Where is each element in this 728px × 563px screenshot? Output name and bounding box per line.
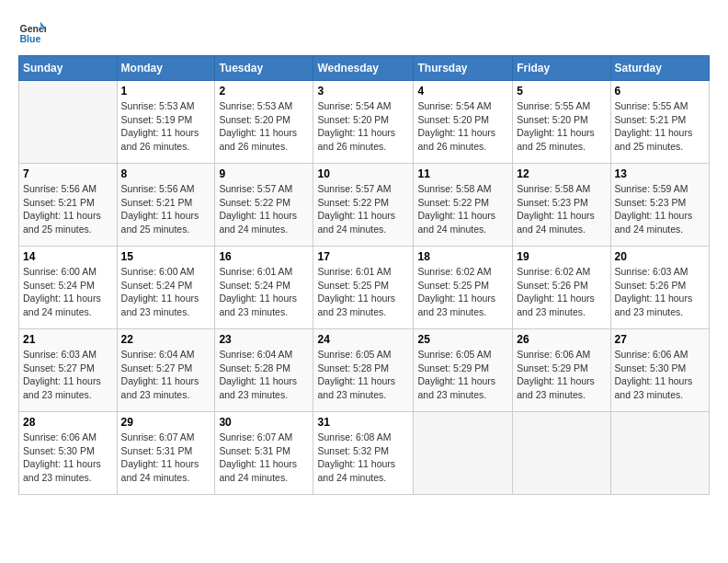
day-info: Sunrise: 6:04 AMSunset: 5:28 PMDaylight:… xyxy=(219,348,309,402)
calendar-cell: 29 Sunrise: 6:07 AMSunset: 5:31 PMDaylig… xyxy=(117,412,215,495)
day-number: 13 xyxy=(615,167,705,180)
day-info: Sunrise: 5:55 AMSunset: 5:20 PMDaylight:… xyxy=(517,99,606,154)
day-info: Sunrise: 6:04 AMSunset: 5:27 PMDaylight:… xyxy=(121,348,211,402)
column-header-sunday: Sunday xyxy=(19,56,118,81)
day-info: Sunrise: 5:58 AMSunset: 5:23 PMDaylight:… xyxy=(517,182,606,236)
day-number: 27 xyxy=(615,333,705,346)
day-number: 8 xyxy=(121,167,211,180)
day-info: Sunrise: 6:02 AMSunset: 5:25 PMDaylight:… xyxy=(417,265,508,319)
calendar-cell: 24 Sunrise: 6:05 AMSunset: 5:28 PMDaylig… xyxy=(313,329,414,412)
calendar-week-2: 7 Sunrise: 5:56 AMSunset: 5:21 PMDayligh… xyxy=(19,164,710,247)
day-number: 25 xyxy=(417,333,508,346)
svg-text:Blue: Blue xyxy=(20,33,41,44)
day-info: Sunrise: 6:02 AMSunset: 5:26 PMDaylight:… xyxy=(517,265,606,319)
day-info: Sunrise: 5:54 AMSunset: 5:20 PMDaylight:… xyxy=(417,99,508,154)
calendar-body: 1 Sunrise: 5:53 AMSunset: 5:19 PMDayligh… xyxy=(19,81,710,495)
day-info: Sunrise: 6:01 AMSunset: 5:25 PMDaylight:… xyxy=(317,265,409,319)
day-number: 17 xyxy=(317,250,409,263)
day-info: Sunrise: 5:57 AMSunset: 5:22 PMDaylight:… xyxy=(317,182,409,236)
calendar-cell: 28 Sunrise: 6:06 AMSunset: 5:30 PMDaylig… xyxy=(19,412,118,495)
page-header: General Blue xyxy=(18,18,710,46)
calendar-cell: 2 Sunrise: 5:53 AMSunset: 5:20 PMDayligh… xyxy=(215,81,313,164)
calendar-cell: 7 Sunrise: 5:56 AMSunset: 5:21 PMDayligh… xyxy=(19,164,118,247)
calendar-cell: 5 Sunrise: 5:55 AMSunset: 5:20 PMDayligh… xyxy=(513,81,610,164)
day-number: 30 xyxy=(219,416,309,429)
day-number: 18 xyxy=(417,250,508,263)
day-number: 26 xyxy=(517,333,606,346)
day-number: 4 xyxy=(417,85,508,98)
day-info: Sunrise: 5:57 AMSunset: 5:22 PMDaylight:… xyxy=(219,182,309,236)
day-info: Sunrise: 6:01 AMSunset: 5:24 PMDaylight:… xyxy=(219,265,309,319)
column-header-friday: Friday xyxy=(513,56,610,81)
day-number: 28 xyxy=(23,416,113,429)
column-header-tuesday: Tuesday xyxy=(215,56,313,81)
day-number: 16 xyxy=(219,250,309,263)
day-info: Sunrise: 6:03 AMSunset: 5:27 PMDaylight:… xyxy=(23,348,113,402)
day-number: 15 xyxy=(121,250,211,263)
day-number: 10 xyxy=(317,167,409,180)
day-number: 22 xyxy=(121,333,211,346)
day-number: 6 xyxy=(615,85,705,98)
calendar-table: SundayMondayTuesdayWednesdayThursdayFrid… xyxy=(18,55,710,495)
day-number: 1 xyxy=(121,85,211,98)
day-info: Sunrise: 6:00 AMSunset: 5:24 PMDaylight:… xyxy=(121,265,211,319)
day-info: Sunrise: 5:53 AMSunset: 5:19 PMDaylight:… xyxy=(121,99,211,154)
calendar-cell xyxy=(610,412,709,495)
day-info: Sunrise: 5:56 AMSunset: 5:21 PMDaylight:… xyxy=(121,182,211,236)
day-info: Sunrise: 6:07 AMSunset: 5:31 PMDaylight:… xyxy=(219,431,309,485)
calendar-week-4: 21 Sunrise: 6:03 AMSunset: 5:27 PMDaylig… xyxy=(19,329,710,412)
day-info: Sunrise: 6:00 AMSunset: 5:24 PMDaylight:… xyxy=(23,265,113,319)
logo: General Blue xyxy=(18,18,46,46)
day-number: 2 xyxy=(219,85,309,98)
calendar-cell: 31 Sunrise: 6:08 AMSunset: 5:32 PMDaylig… xyxy=(313,412,414,495)
calendar-cell: 9 Sunrise: 5:57 AMSunset: 5:22 PMDayligh… xyxy=(215,164,313,247)
column-header-monday: Monday xyxy=(117,56,215,81)
day-info: Sunrise: 5:56 AMSunset: 5:21 PMDaylight:… xyxy=(23,182,113,236)
day-info: Sunrise: 6:06 AMSunset: 5:29 PMDaylight:… xyxy=(517,348,606,402)
calendar-cell: 27 Sunrise: 6:06 AMSunset: 5:30 PMDaylig… xyxy=(610,329,709,412)
column-header-wednesday: Wednesday xyxy=(313,56,414,81)
calendar-cell: 10 Sunrise: 5:57 AMSunset: 5:22 PMDaylig… xyxy=(313,164,414,247)
calendar-cell: 17 Sunrise: 6:01 AMSunset: 5:25 PMDaylig… xyxy=(313,247,414,329)
day-number: 9 xyxy=(219,167,309,180)
day-info: Sunrise: 6:03 AMSunset: 5:26 PMDaylight:… xyxy=(615,265,705,319)
day-number: 31 xyxy=(317,416,409,429)
calendar-week-5: 28 Sunrise: 6:06 AMSunset: 5:30 PMDaylig… xyxy=(19,412,710,495)
day-info: Sunrise: 6:06 AMSunset: 5:30 PMDaylight:… xyxy=(23,431,113,485)
calendar-cell: 14 Sunrise: 6:00 AMSunset: 5:24 PMDaylig… xyxy=(19,247,118,329)
calendar-cell xyxy=(414,412,513,495)
calendar-cell: 4 Sunrise: 5:54 AMSunset: 5:20 PMDayligh… xyxy=(414,81,513,164)
day-number: 11 xyxy=(417,167,508,180)
calendar-cell: 30 Sunrise: 6:07 AMSunset: 5:31 PMDaylig… xyxy=(215,412,313,495)
calendar-cell: 12 Sunrise: 5:58 AMSunset: 5:23 PMDaylig… xyxy=(513,164,610,247)
day-number: 5 xyxy=(517,85,606,98)
day-number: 21 xyxy=(23,333,113,346)
day-info: Sunrise: 6:07 AMSunset: 5:31 PMDaylight:… xyxy=(121,431,211,485)
day-info: Sunrise: 6:05 AMSunset: 5:28 PMDaylight:… xyxy=(317,348,409,402)
calendar-cell: 18 Sunrise: 6:02 AMSunset: 5:25 PMDaylig… xyxy=(414,247,513,329)
calendar-cell: 6 Sunrise: 5:55 AMSunset: 5:21 PMDayligh… xyxy=(610,81,709,164)
calendar-week-1: 1 Sunrise: 5:53 AMSunset: 5:19 PMDayligh… xyxy=(19,81,710,164)
logo-icon: General Blue xyxy=(18,18,46,46)
day-number: 7 xyxy=(23,167,113,180)
calendar-week-3: 14 Sunrise: 6:00 AMSunset: 5:24 PMDaylig… xyxy=(19,247,710,329)
calendar-cell: 13 Sunrise: 5:59 AMSunset: 5:23 PMDaylig… xyxy=(610,164,709,247)
day-info: Sunrise: 5:53 AMSunset: 5:20 PMDaylight:… xyxy=(219,99,309,154)
day-number: 14 xyxy=(23,250,113,263)
day-info: Sunrise: 5:54 AMSunset: 5:20 PMDaylight:… xyxy=(317,99,409,154)
day-info: Sunrise: 6:06 AMSunset: 5:30 PMDaylight:… xyxy=(615,348,705,402)
calendar-cell xyxy=(513,412,610,495)
calendar-cell: 19 Sunrise: 6:02 AMSunset: 5:26 PMDaylig… xyxy=(513,247,610,329)
day-number: 3 xyxy=(317,85,409,98)
calendar-header-row: SundayMondayTuesdayWednesdayThursdayFrid… xyxy=(19,56,710,81)
calendar-cell xyxy=(19,81,118,164)
day-number: 19 xyxy=(517,250,606,263)
calendar-cell: 11 Sunrise: 5:58 AMSunset: 5:22 PMDaylig… xyxy=(414,164,513,247)
day-info: Sunrise: 5:59 AMSunset: 5:23 PMDaylight:… xyxy=(615,182,705,236)
calendar-cell: 15 Sunrise: 6:00 AMSunset: 5:24 PMDaylig… xyxy=(117,247,215,329)
column-header-saturday: Saturday xyxy=(610,56,709,81)
day-number: 12 xyxy=(517,167,606,180)
calendar-cell: 8 Sunrise: 5:56 AMSunset: 5:21 PMDayligh… xyxy=(117,164,215,247)
column-header-thursday: Thursday xyxy=(414,56,513,81)
calendar-cell: 20 Sunrise: 6:03 AMSunset: 5:26 PMDaylig… xyxy=(610,247,709,329)
